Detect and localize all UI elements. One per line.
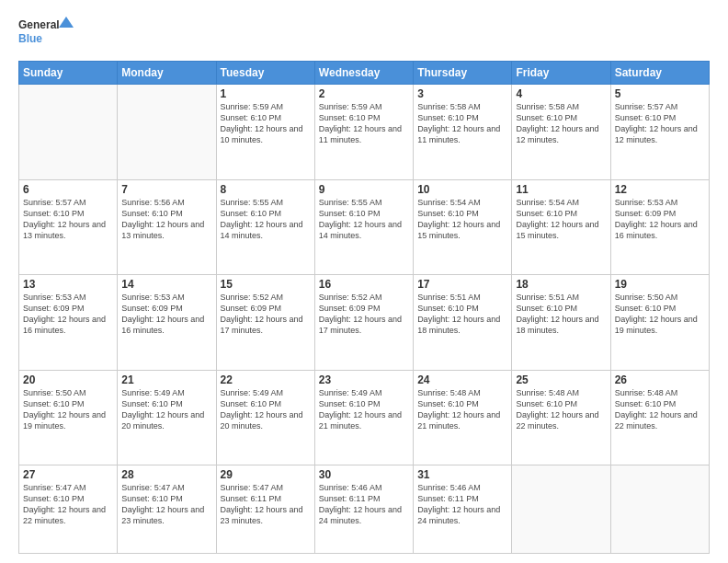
day-number: 22	[221, 373, 311, 386]
day-info: Sunrise: 5:51 AM Sunset: 6:10 PM Dayligh…	[516, 292, 606, 337]
calendar-cell: 16Sunrise: 5:52 AM Sunset: 6:09 PM Dayli…	[314, 275, 413, 371]
weekday-header-tuesday: Tuesday	[216, 62, 314, 85]
day-info: Sunrise: 5:50 AM Sunset: 6:10 PM Dayligh…	[615, 292, 705, 337]
calendar-cell: 21Sunrise: 5:49 AM Sunset: 6:10 PM Dayli…	[118, 370, 216, 465]
day-info: Sunrise: 5:48 AM Sunset: 6:10 PM Dayligh…	[615, 387, 705, 432]
weekday-header-friday: Friday	[512, 62, 610, 85]
logo-svg: General Blue	[18, 15, 74, 52]
calendar-cell	[512, 465, 610, 554]
day-info: Sunrise: 5:57 AM Sunset: 6:10 PM Dayligh…	[23, 197, 113, 242]
day-info: Sunrise: 5:54 AM Sunset: 6:10 PM Dayligh…	[417, 197, 507, 242]
calendar-cell: 19Sunrise: 5:50 AM Sunset: 6:10 PM Dayli…	[610, 275, 709, 371]
calendar-cell: 8Sunrise: 5:55 AM Sunset: 6:10 PM Daylig…	[216, 179, 314, 275]
header: General Blue	[18, 15, 710, 52]
day-info: Sunrise: 5:54 AM Sunset: 6:10 PM Dayligh…	[516, 197, 606, 242]
day-number: 25	[516, 373, 606, 386]
day-info: Sunrise: 5:46 AM Sunset: 6:11 PM Dayligh…	[417, 482, 507, 527]
day-number: 26	[615, 373, 705, 386]
day-info: Sunrise: 5:59 AM Sunset: 6:10 PM Dayligh…	[319, 101, 409, 146]
day-number: 7	[121, 183, 211, 196]
calendar-week-1: 6Sunrise: 5:57 AM Sunset: 6:10 PM Daylig…	[19, 179, 710, 275]
calendar-cell: 2Sunrise: 5:59 AM Sunset: 6:10 PM Daylig…	[314, 85, 413, 180]
calendar-cell: 17Sunrise: 5:51 AM Sunset: 6:10 PM Dayli…	[414, 275, 512, 371]
calendar-cell: 15Sunrise: 5:52 AM Sunset: 6:09 PM Dayli…	[216, 275, 314, 371]
day-info: Sunrise: 5:59 AM Sunset: 6:10 PM Dayligh…	[221, 101, 311, 146]
day-info: Sunrise: 5:47 AM Sunset: 6:11 PM Dayligh…	[221, 482, 311, 527]
day-number: 8	[221, 183, 311, 196]
day-info: Sunrise: 5:52 AM Sunset: 6:09 PM Dayligh…	[319, 292, 409, 337]
day-info: Sunrise: 5:47 AM Sunset: 6:10 PM Dayligh…	[23, 482, 113, 527]
day-number: 5	[615, 87, 705, 100]
calendar-cell: 12Sunrise: 5:53 AM Sunset: 6:09 PM Dayli…	[610, 179, 709, 275]
calendar-cell: 23Sunrise: 5:49 AM Sunset: 6:10 PM Dayli…	[314, 370, 413, 465]
weekday-header-wednesday: Wednesday	[314, 62, 413, 85]
day-number: 18	[516, 278, 606, 291]
day-number: 24	[417, 373, 507, 386]
calendar-week-2: 13Sunrise: 5:53 AM Sunset: 6:09 PM Dayli…	[19, 275, 710, 371]
calendar-table: SundayMondayTuesdayWednesdayThursdayFrid…	[18, 61, 710, 554]
day-number: 28	[121, 468, 211, 481]
day-number: 1	[221, 87, 311, 100]
weekday-header-thursday: Thursday	[414, 62, 512, 85]
day-number: 15	[221, 278, 311, 291]
calendar-week-3: 20Sunrise: 5:50 AM Sunset: 6:10 PM Dayli…	[19, 370, 710, 465]
calendar-cell: 6Sunrise: 5:57 AM Sunset: 6:10 PM Daylig…	[19, 179, 118, 275]
calendar-cell: 26Sunrise: 5:48 AM Sunset: 6:10 PM Dayli…	[610, 370, 709, 465]
day-number: 13	[23, 278, 113, 291]
day-number: 30	[319, 468, 409, 481]
weekday-header-monday: Monday	[118, 62, 216, 85]
svg-text:General: General	[18, 18, 60, 31]
day-number: 27	[23, 468, 113, 481]
day-number: 17	[417, 278, 507, 291]
day-number: 16	[319, 278, 409, 291]
day-number: 3	[417, 87, 507, 100]
calendar-header-row: SundayMondayTuesdayWednesdayThursdayFrid…	[19, 62, 710, 85]
day-info: Sunrise: 5:58 AM Sunset: 6:10 PM Dayligh…	[417, 101, 507, 146]
day-info: Sunrise: 5:52 AM Sunset: 6:09 PM Dayligh…	[221, 292, 311, 337]
day-number: 2	[319, 87, 409, 100]
day-info: Sunrise: 5:51 AM Sunset: 6:10 PM Dayligh…	[417, 292, 507, 337]
day-number: 9	[319, 183, 409, 196]
day-info: Sunrise: 5:53 AM Sunset: 6:09 PM Dayligh…	[615, 197, 705, 242]
day-number: 21	[121, 373, 211, 386]
calendar-cell: 27Sunrise: 5:47 AM Sunset: 6:10 PM Dayli…	[19, 465, 118, 554]
day-info: Sunrise: 5:48 AM Sunset: 6:10 PM Dayligh…	[417, 387, 507, 432]
day-info: Sunrise: 5:53 AM Sunset: 6:09 PM Dayligh…	[23, 292, 113, 337]
calendar-cell: 20Sunrise: 5:50 AM Sunset: 6:10 PM Dayli…	[19, 370, 118, 465]
calendar-week-4: 27Sunrise: 5:47 AM Sunset: 6:10 PM Dayli…	[19, 465, 710, 554]
calendar-cell: 7Sunrise: 5:56 AM Sunset: 6:10 PM Daylig…	[118, 179, 216, 275]
day-info: Sunrise: 5:47 AM Sunset: 6:10 PM Dayligh…	[121, 482, 211, 527]
day-info: Sunrise: 5:57 AM Sunset: 6:10 PM Dayligh…	[615, 101, 705, 146]
calendar-cell: 5Sunrise: 5:57 AM Sunset: 6:10 PM Daylig…	[610, 85, 709, 180]
day-info: Sunrise: 5:50 AM Sunset: 6:10 PM Dayligh…	[23, 387, 113, 432]
svg-text:Blue: Blue	[18, 32, 42, 45]
logo: General Blue	[18, 15, 74, 52]
calendar-cell: 4Sunrise: 5:58 AM Sunset: 6:10 PM Daylig…	[512, 85, 610, 180]
day-number: 31	[417, 468, 507, 481]
day-info: Sunrise: 5:56 AM Sunset: 6:10 PM Dayligh…	[121, 197, 211, 242]
calendar-cell: 28Sunrise: 5:47 AM Sunset: 6:10 PM Dayli…	[118, 465, 216, 554]
calendar-cell: 11Sunrise: 5:54 AM Sunset: 6:10 PM Dayli…	[512, 179, 610, 275]
day-info: Sunrise: 5:46 AM Sunset: 6:11 PM Dayligh…	[319, 482, 409, 527]
calendar-cell: 22Sunrise: 5:49 AM Sunset: 6:10 PM Dayli…	[216, 370, 314, 465]
calendar-cell: 18Sunrise: 5:51 AM Sunset: 6:10 PM Dayli…	[512, 275, 610, 371]
weekday-header-saturday: Saturday	[610, 62, 709, 85]
day-number: 29	[221, 468, 311, 481]
calendar-cell: 13Sunrise: 5:53 AM Sunset: 6:09 PM Dayli…	[19, 275, 118, 371]
day-number: 23	[319, 373, 409, 386]
day-number: 10	[417, 183, 507, 196]
day-number: 6	[23, 183, 113, 196]
calendar-cell	[118, 85, 216, 180]
calendar-cell: 24Sunrise: 5:48 AM Sunset: 6:10 PM Dayli…	[414, 370, 512, 465]
day-info: Sunrise: 5:53 AM Sunset: 6:09 PM Dayligh…	[121, 292, 211, 337]
day-info: Sunrise: 5:49 AM Sunset: 6:10 PM Dayligh…	[121, 387, 211, 432]
calendar-cell: 30Sunrise: 5:46 AM Sunset: 6:11 PM Dayli…	[314, 465, 413, 554]
calendar-cell	[610, 465, 709, 554]
calendar-cell: 14Sunrise: 5:53 AM Sunset: 6:09 PM Dayli…	[118, 275, 216, 371]
weekday-header-sunday: Sunday	[19, 62, 118, 85]
svg-marker-2	[59, 17, 74, 28]
day-number: 12	[615, 183, 705, 196]
day-number: 4	[516, 87, 606, 100]
calendar-week-0: 1Sunrise: 5:59 AM Sunset: 6:10 PM Daylig…	[19, 85, 710, 180]
day-info: Sunrise: 5:55 AM Sunset: 6:10 PM Dayligh…	[319, 197, 409, 242]
